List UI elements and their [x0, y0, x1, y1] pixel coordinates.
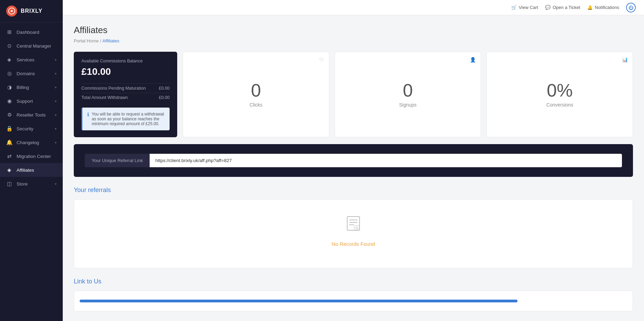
- withdrawn-label: Total Amount Withdrawn: [81, 95, 128, 100]
- signups-label: Signups: [399, 102, 417, 108]
- svg-text:90: 90: [355, 227, 359, 230]
- chevron-down-icon: ▾: [55, 127, 57, 131]
- clicks-number: 0: [251, 81, 261, 99]
- sidebar-item-dashboard[interactable]: ⊞ Dashboard: [0, 25, 63, 39]
- affiliates-icon: ◈: [6, 167, 12, 173]
- chart-icon: 📊: [622, 57, 628, 62]
- shield-icon: 🛡: [319, 57, 324, 62]
- view-cart-label: View Cart: [519, 5, 538, 10]
- sidebar-item-billing[interactable]: ◑ Billing ▾: [0, 80, 63, 94]
- security-icon: 🔒: [6, 126, 12, 132]
- changelog-icon: 🔔: [6, 139, 12, 146]
- page-content-area: Affiliates Portal Home / Affiliates Avai…: [63, 15, 644, 321]
- user-icon: 👤: [470, 57, 476, 62]
- sidebar-item-central-manager[interactable]: ⊙ Central Manager: [0, 39, 63, 53]
- sidebar-item-label: Support: [17, 99, 51, 104]
- cart-icon: 🛒: [511, 5, 517, 10]
- clicks-label: Clicks: [250, 102, 262, 108]
- sidebar-item-store[interactable]: ◫ Store ▾: [0, 177, 63, 191]
- sidebar-item-services[interactable]: ◈ Services ▾: [0, 53, 63, 67]
- balance-title: Available Commissions Balance: [81, 59, 170, 63]
- sidebar-item-label: Migration Center: [17, 154, 57, 159]
- dashboard-icon: ⊞: [6, 29, 12, 35]
- link-banner-bar: [80, 300, 517, 302]
- conversions-label: Conversions: [546, 102, 573, 108]
- withdrawal-notice: ℹ You will be able to request a withdraw…: [81, 108, 170, 130]
- sidebar-item-label: Reseller Tools: [17, 112, 51, 118]
- referral-label: Your Unique Referral Link: [85, 154, 150, 167]
- central-manager-icon: ⊙: [6, 43, 12, 49]
- conversions-stat-card: 📊 0% Conversions: [486, 52, 633, 137]
- withdrawal-notice-text: You will be able to request a withdrawal…: [92, 112, 165, 126]
- sidebar-item-reseller-tools[interactable]: ⚙ Reseller Tools ▾: [0, 108, 63, 122]
- sidebar-item-label: Store: [17, 181, 51, 187]
- notifications-label: Notifications: [595, 5, 619, 10]
- store-icon: ◫: [6, 181, 12, 187]
- link-banner-area: [74, 291, 633, 311]
- chevron-down-icon: ▾: [55, 86, 57, 89]
- main-content: 🛒 View Cart 💬 Open a Ticket 🔔 Notificati…: [63, 0, 644, 321]
- logo[interactable]: BRIXLY: [0, 0, 63, 22]
- reseller-tools-icon: ⚙: [6, 112, 12, 118]
- sidebar-navigation: ⊞ Dashboard ⊙ Central Manager ◈ Services…: [0, 22, 63, 321]
- logo-text: BRIXLY: [21, 8, 42, 14]
- chevron-down-icon: ▾: [55, 141, 57, 144]
- pending-maturation-label: Commissions Pending Maturation: [81, 86, 146, 91]
- chevron-down-icon: ▾: [55, 72, 57, 76]
- sidebar-item-migration-center[interactable]: ⇄ Migration Center: [0, 149, 63, 163]
- balance-amount: £10.00: [81, 66, 170, 77]
- clicks-stat-card: 🛡 0 Clicks: [183, 52, 329, 137]
- no-records-icon: 90: [344, 214, 363, 237]
- link-section-title: Link to Us: [74, 278, 633, 285]
- open-ticket-label: Open a Ticket: [553, 5, 580, 10]
- sidebar-item-domains[interactable]: ◎ Domains ▾: [0, 67, 63, 80]
- breadcrumb-home[interactable]: Portal Home: [74, 38, 99, 43]
- sidebar-item-security[interactable]: 🔒 Security ▾: [0, 122, 63, 136]
- breadcrumb-current: Affiliates: [102, 38, 119, 43]
- info-icon: ℹ: [87, 112, 89, 126]
- sidebar-item-label: Changelog: [17, 140, 51, 145]
- sidebar: BRIXLY ⊞ Dashboard ⊙ Central Manager ◈ S…: [0, 0, 63, 321]
- chevron-down-icon: ▾: [55, 58, 57, 62]
- bell-icon: 🔔: [587, 5, 593, 10]
- withdrawn-value: £0.00: [159, 95, 170, 100]
- balance-card: Available Commissions Balance £10.00 Com…: [74, 52, 177, 137]
- services-icon: ◈: [6, 57, 12, 63]
- support-icon: ◉: [6, 98, 12, 104]
- ticket-icon: 💬: [545, 5, 551, 10]
- sidebar-item-support[interactable]: ◉ Support ▾: [0, 94, 63, 108]
- svg-point-1: [11, 10, 13, 12]
- sidebar-item-label: Central Manager: [17, 43, 57, 49]
- chevron-down-icon: ▾: [55, 182, 57, 186]
- sidebar-item-label: Security: [17, 126, 51, 131]
- open-ticket-button[interactable]: 💬 Open a Ticket: [545, 5, 580, 10]
- stats-row: Available Commissions Balance £10.00 Com…: [74, 52, 633, 137]
- logo-icon: [6, 6, 17, 17]
- pending-maturation-value: £0.00: [159, 86, 170, 91]
- referrals-table: 90 No Records Found: [74, 199, 633, 268]
- page-title: Affiliates: [74, 25, 633, 36]
- billing-icon: ◑: [6, 84, 12, 90]
- chevron-down-icon: ▾: [55, 113, 57, 117]
- sidebar-item-changelog[interactable]: 🔔 Changelog ▾: [0, 136, 63, 149]
- no-records-text: No Records Found: [332, 241, 375, 247]
- migration-icon: ⇄: [6, 153, 12, 159]
- view-cart-button[interactable]: 🛒 View Cart: [511, 5, 538, 10]
- sidebar-item-affiliates[interactable]: ◈ Affiliates: [0, 163, 63, 177]
- power-button[interactable]: ⏻: [626, 3, 636, 12]
- sidebar-item-label: Dashboard: [17, 30, 57, 35]
- domains-icon: ◎: [6, 70, 12, 77]
- pending-maturation-row: Commissions Pending Maturation £0.00: [81, 83, 170, 93]
- topbar: 🛒 View Cart 💬 Open a Ticket 🔔 Notificati…: [63, 0, 644, 15]
- signups-stat-card: 👤 0 Signups: [335, 52, 481, 137]
- withdrawn-row: Total Amount Withdrawn £0.00: [81, 93, 170, 102]
- referral-url-input[interactable]: [150, 154, 622, 167]
- breadcrumb: Portal Home / Affiliates: [74, 38, 633, 43]
- sidebar-item-label: Domains: [17, 71, 51, 76]
- sidebar-item-label: Affiliates: [17, 168, 57, 173]
- notifications-button[interactable]: 🔔 Notifications: [587, 5, 619, 10]
- referral-section: Your Unique Referral Link: [74, 144, 633, 177]
- signups-number: 0: [403, 81, 413, 99]
- chevron-down-icon: ▾: [55, 99, 57, 103]
- sidebar-item-label: Services: [17, 57, 51, 62]
